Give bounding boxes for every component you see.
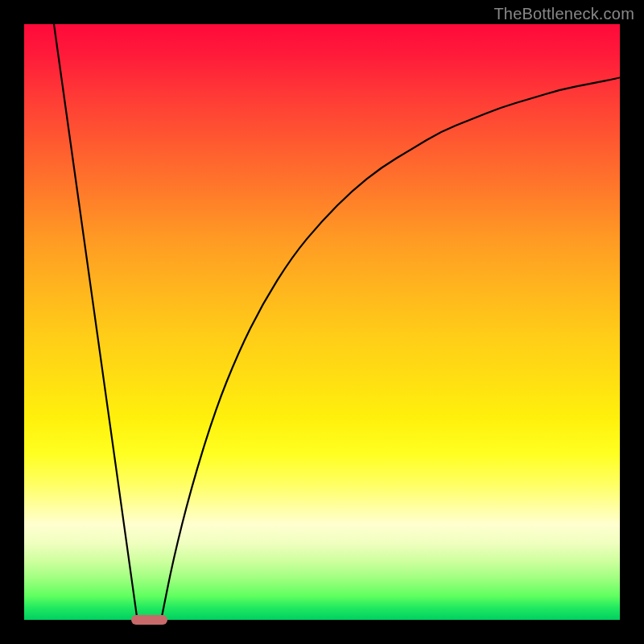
bottleneck-marker: [131, 615, 167, 625]
chart-frame: TheBottleneck.com: [0, 0, 644, 644]
chart-curves: [24, 24, 620, 620]
watermark-text: TheBottleneck.com: [493, 5, 634, 23]
curve-path: [54, 24, 620, 620]
